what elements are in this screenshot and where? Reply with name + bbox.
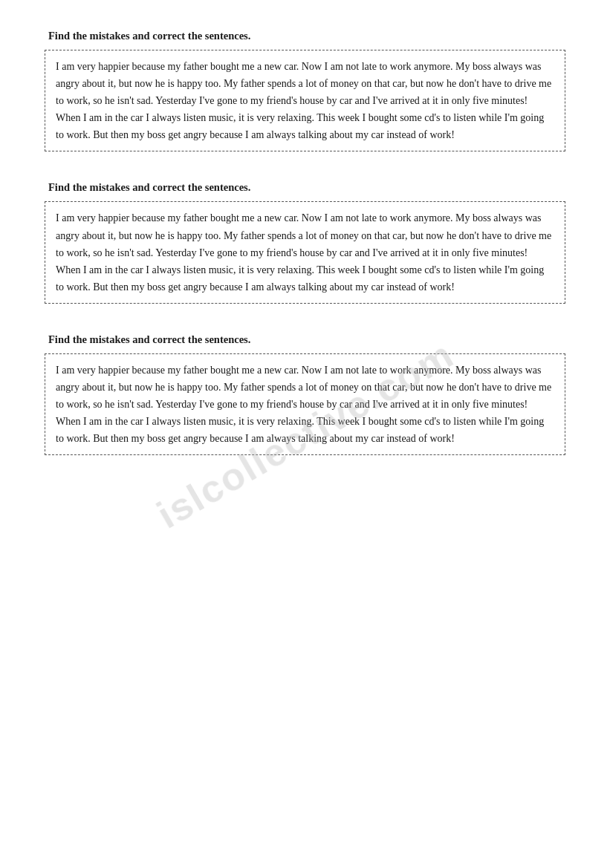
instruction-2: Find the mistakes and correct the senten… xyxy=(45,181,565,194)
instruction-3: Find the mistakes and correct the senten… xyxy=(45,333,565,346)
instruction-1: Find the mistakes and correct the senten… xyxy=(45,30,565,42)
text-box-3: I am very happier because my father boug… xyxy=(45,353,565,455)
section-1: Find the mistakes and correct the senten… xyxy=(45,30,565,151)
text-box-2: I am very happier because my father boug… xyxy=(45,201,565,303)
text-box-1: I am very happier because my father boug… xyxy=(45,50,565,151)
section-3: Find the mistakes and correct the senten… xyxy=(45,333,565,455)
section-2: Find the mistakes and correct the senten… xyxy=(45,181,565,303)
